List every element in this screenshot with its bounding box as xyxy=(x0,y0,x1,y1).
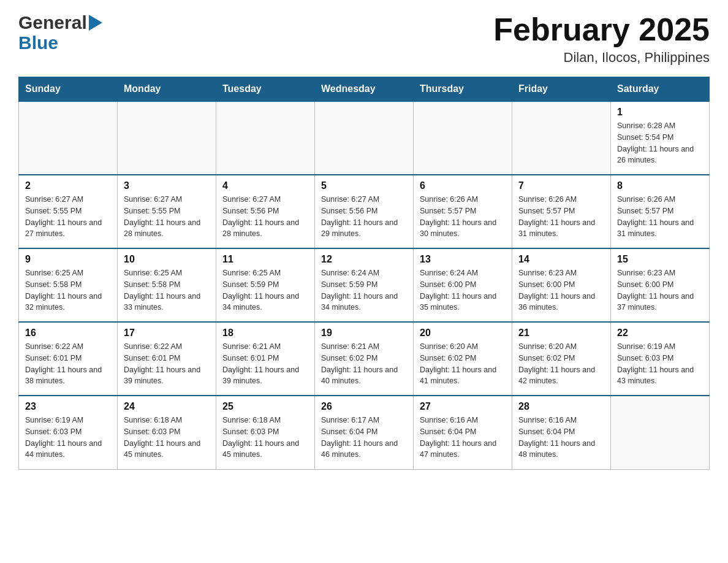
day-info: Sunrise: 6:19 AMSunset: 6:03 PMDaylight:… xyxy=(617,341,703,387)
day-info: Sunrise: 6:18 AMSunset: 6:03 PMDaylight:… xyxy=(124,415,210,461)
calendar-week-row: 23Sunrise: 6:19 AMSunset: 6:03 PMDayligh… xyxy=(19,396,710,469)
day-number: 5 xyxy=(321,180,407,191)
calendar-table: Sunday Monday Tuesday Wednesday Thursday… xyxy=(18,77,710,470)
day-number: 21 xyxy=(518,327,604,339)
calendar-header-row: Sunday Monday Tuesday Wednesday Thursday… xyxy=(19,77,710,102)
svg-marker-0 xyxy=(89,15,102,31)
logo-blue-text: Blue xyxy=(18,33,58,53)
day-info: Sunrise: 6:16 AMSunset: 6:04 PMDaylight:… xyxy=(518,415,604,461)
table-row: 13Sunrise: 6:24 AMSunset: 6:00 PMDayligh… xyxy=(414,248,512,322)
page-header: General Blue February 2025 Dilan, Ilocos… xyxy=(18,12,710,66)
day-info: Sunrise: 6:27 AMSunset: 5:55 PMDaylight:… xyxy=(124,194,210,240)
table-row: 19Sunrise: 6:21 AMSunset: 6:02 PMDayligh… xyxy=(315,322,414,396)
calendar-week-row: 16Sunrise: 6:22 AMSunset: 6:01 PMDayligh… xyxy=(19,322,710,396)
table-row xyxy=(315,101,414,175)
day-number: 25 xyxy=(222,401,308,412)
day-number: 2 xyxy=(25,180,111,191)
table-row: 26Sunrise: 6:17 AMSunset: 6:04 PMDayligh… xyxy=(315,396,414,469)
day-info: Sunrise: 6:20 AMSunset: 6:02 PMDaylight:… xyxy=(420,341,506,387)
day-number: 28 xyxy=(518,401,604,412)
day-number: 9 xyxy=(25,254,111,265)
day-number: 4 xyxy=(222,180,308,191)
day-number: 6 xyxy=(420,180,506,191)
day-info: Sunrise: 6:28 AMSunset: 5:54 PMDaylight:… xyxy=(617,120,703,166)
table-row: 15Sunrise: 6:23 AMSunset: 6:00 PMDayligh… xyxy=(611,248,710,322)
table-row: 17Sunrise: 6:22 AMSunset: 6:01 PMDayligh… xyxy=(118,322,216,396)
day-number: 12 xyxy=(321,254,407,265)
table-row: 21Sunrise: 6:20 AMSunset: 6:02 PMDayligh… xyxy=(512,322,611,396)
day-info: Sunrise: 6:26 AMSunset: 5:57 PMDaylight:… xyxy=(617,194,703,240)
day-info: Sunrise: 6:27 AMSunset: 5:56 PMDaylight:… xyxy=(321,194,407,240)
day-info: Sunrise: 6:25 AMSunset: 5:58 PMDaylight:… xyxy=(124,267,210,313)
day-number: 7 xyxy=(518,180,604,191)
title-block: February 2025 Dilan, Ilocos, Philippines xyxy=(493,12,710,66)
day-number: 13 xyxy=(420,254,506,265)
day-info: Sunrise: 6:21 AMSunset: 6:01 PMDaylight:… xyxy=(222,341,308,387)
table-row: 1Sunrise: 6:28 AMSunset: 5:54 PMDaylight… xyxy=(611,101,710,175)
day-number: 23 xyxy=(25,401,111,412)
table-row: 18Sunrise: 6:21 AMSunset: 6:01 PMDayligh… xyxy=(216,322,315,396)
day-number: 17 xyxy=(124,327,210,339)
day-number: 27 xyxy=(420,401,506,412)
table-row: 9Sunrise: 6:25 AMSunset: 5:58 PMDaylight… xyxy=(19,248,118,322)
day-number: 15 xyxy=(617,254,703,265)
day-info: Sunrise: 6:23 AMSunset: 6:00 PMDaylight:… xyxy=(518,267,604,313)
day-number: 18 xyxy=(222,327,308,339)
calendar-week-row: 9Sunrise: 6:25 AMSunset: 5:58 PMDaylight… xyxy=(19,248,710,322)
col-monday: Monday xyxy=(118,77,216,102)
table-row xyxy=(414,101,512,175)
table-row: 12Sunrise: 6:24 AMSunset: 5:59 PMDayligh… xyxy=(315,248,414,322)
table-row: 7Sunrise: 6:26 AMSunset: 5:57 PMDaylight… xyxy=(512,175,611,248)
day-number: 11 xyxy=(222,254,308,265)
day-number: 16 xyxy=(25,327,111,339)
table-row: 10Sunrise: 6:25 AMSunset: 5:58 PMDayligh… xyxy=(118,248,216,322)
table-row: 20Sunrise: 6:20 AMSunset: 6:02 PMDayligh… xyxy=(414,322,512,396)
table-row: 8Sunrise: 6:26 AMSunset: 5:57 PMDaylight… xyxy=(611,175,710,248)
day-number: 14 xyxy=(518,254,604,265)
day-info: Sunrise: 6:16 AMSunset: 6:04 PMDaylight:… xyxy=(420,415,506,461)
day-number: 26 xyxy=(321,401,407,412)
page-subtitle: Dilan, Ilocos, Philippines xyxy=(493,50,710,66)
table-row: 5Sunrise: 6:27 AMSunset: 5:56 PMDaylight… xyxy=(315,175,414,248)
day-info: Sunrise: 6:26 AMSunset: 5:57 PMDaylight:… xyxy=(420,194,506,240)
day-info: Sunrise: 6:22 AMSunset: 6:01 PMDaylight:… xyxy=(25,341,111,387)
col-wednesday: Wednesday xyxy=(315,77,414,102)
table-row: 22Sunrise: 6:19 AMSunset: 6:03 PMDayligh… xyxy=(611,322,710,396)
day-info: Sunrise: 6:25 AMSunset: 5:58 PMDaylight:… xyxy=(25,267,111,313)
day-number: 22 xyxy=(617,327,703,339)
day-info: Sunrise: 6:22 AMSunset: 6:01 PMDaylight:… xyxy=(124,341,210,387)
day-number: 8 xyxy=(617,180,703,191)
table-row: 27Sunrise: 6:16 AMSunset: 6:04 PMDayligh… xyxy=(414,396,512,469)
day-info: Sunrise: 6:18 AMSunset: 6:03 PMDaylight:… xyxy=(222,415,308,461)
calendar-week-row: 2Sunrise: 6:27 AMSunset: 5:55 PMDaylight… xyxy=(19,175,710,248)
page-title: February 2025 xyxy=(493,12,710,47)
col-tuesday: Tuesday xyxy=(216,77,315,102)
col-thursday: Thursday xyxy=(414,77,512,102)
day-info: Sunrise: 6:27 AMSunset: 5:55 PMDaylight:… xyxy=(25,194,111,240)
day-info: Sunrise: 6:27 AMSunset: 5:56 PMDaylight:… xyxy=(222,194,308,240)
table-row: 14Sunrise: 6:23 AMSunset: 6:00 PMDayligh… xyxy=(512,248,611,322)
col-saturday: Saturday xyxy=(611,77,710,102)
table-row: 23Sunrise: 6:19 AMSunset: 6:03 PMDayligh… xyxy=(19,396,118,469)
day-number: 24 xyxy=(124,401,210,412)
table-row: 2Sunrise: 6:27 AMSunset: 5:55 PMDaylight… xyxy=(19,175,118,248)
table-row: 28Sunrise: 6:16 AMSunset: 6:04 PMDayligh… xyxy=(512,396,611,469)
table-row: 6Sunrise: 6:26 AMSunset: 5:57 PMDaylight… xyxy=(414,175,512,248)
day-info: Sunrise: 6:26 AMSunset: 5:57 PMDaylight:… xyxy=(518,194,604,240)
table-row xyxy=(216,101,315,175)
table-row xyxy=(611,396,710,469)
calendar-week-row: 1Sunrise: 6:28 AMSunset: 5:54 PMDaylight… xyxy=(19,101,710,175)
table-row xyxy=(118,101,216,175)
day-info: Sunrise: 6:23 AMSunset: 6:00 PMDaylight:… xyxy=(617,267,703,313)
table-row: 25Sunrise: 6:18 AMSunset: 6:03 PMDayligh… xyxy=(216,396,315,469)
logo: General Blue xyxy=(18,12,102,53)
table-row: 16Sunrise: 6:22 AMSunset: 6:01 PMDayligh… xyxy=(19,322,118,396)
day-number: 1 xyxy=(617,107,703,118)
day-info: Sunrise: 6:24 AMSunset: 6:00 PMDaylight:… xyxy=(420,267,506,313)
table-row: 3Sunrise: 6:27 AMSunset: 5:55 PMDaylight… xyxy=(118,175,216,248)
day-info: Sunrise: 6:25 AMSunset: 5:59 PMDaylight:… xyxy=(222,267,308,313)
table-row: 24Sunrise: 6:18 AMSunset: 6:03 PMDayligh… xyxy=(118,396,216,469)
col-sunday: Sunday xyxy=(19,77,118,102)
day-info: Sunrise: 6:17 AMSunset: 6:04 PMDaylight:… xyxy=(321,415,407,461)
day-info: Sunrise: 6:20 AMSunset: 6:02 PMDaylight:… xyxy=(518,341,604,387)
